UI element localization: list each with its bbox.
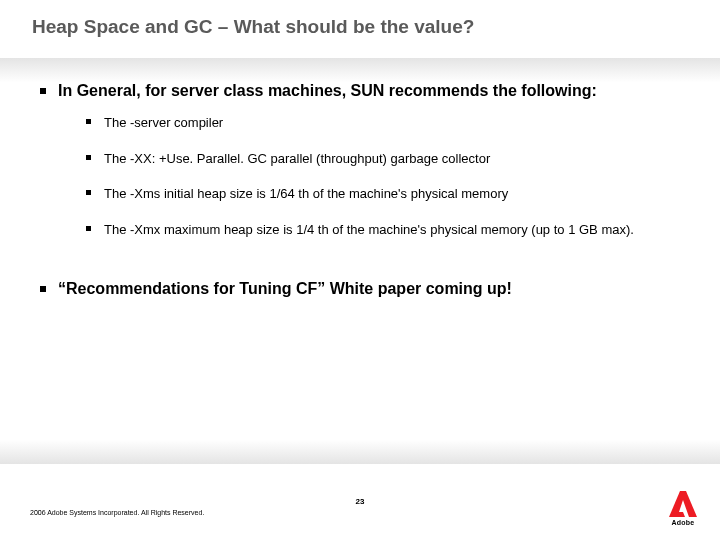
sub-bullet-item: The -Xmx maximum heap size is 1/4 th of … [86, 221, 684, 239]
slide-title: Heap Space and GC – What should be the v… [32, 16, 474, 38]
bullet-item: In General, for server class machines, S… [40, 82, 684, 238]
svg-marker-1 [686, 491, 697, 517]
sub-bullet-item: The -server compiler [86, 114, 684, 132]
sub-bullet-list: The -server compiler The -XX: +Use. Para… [58, 114, 684, 238]
sub-bullet-text: The -Xmx maximum heap size is 1/4 th of … [104, 222, 634, 237]
sub-bullet-text: The -Xms initial heap size is 1/64 th of… [104, 186, 508, 201]
sub-bullet-item: The -XX: +Use. Parallel. GC parallel (th… [86, 150, 684, 168]
bullet-item: “Recommendations for Tuning CF” White pa… [40, 280, 684, 298]
sub-bullet-text: The -server compiler [104, 115, 223, 130]
page-number: 23 [356, 497, 365, 506]
adobe-logo-icon [669, 491, 697, 517]
sub-bullet-text: The -XX: +Use. Parallel. GC parallel (th… [104, 151, 490, 166]
copyright-text: 2006 Adobe Systems Incorporated. All Rig… [30, 509, 204, 516]
bullet-list: In General, for server class machines, S… [40, 82, 684, 298]
sub-bullet-item: The -Xms initial heap size is 1/64 th of… [86, 185, 684, 203]
footer: 2006 Adobe Systems Incorporated. All Rig… [0, 482, 720, 540]
svg-marker-0 [669, 491, 680, 517]
adobe-logo: Adobe [668, 491, 698, 526]
svg-marker-2 [679, 500, 689, 517]
bullet-text: In General, for server class machines, S… [58, 82, 597, 99]
content-area: In General, for server class machines, S… [40, 82, 684, 312]
bullet-text: “Recommendations for Tuning CF” White pa… [58, 280, 512, 297]
slide: Heap Space and GC – What should be the v… [0, 0, 720, 540]
adobe-logo-text: Adobe [668, 519, 698, 526]
